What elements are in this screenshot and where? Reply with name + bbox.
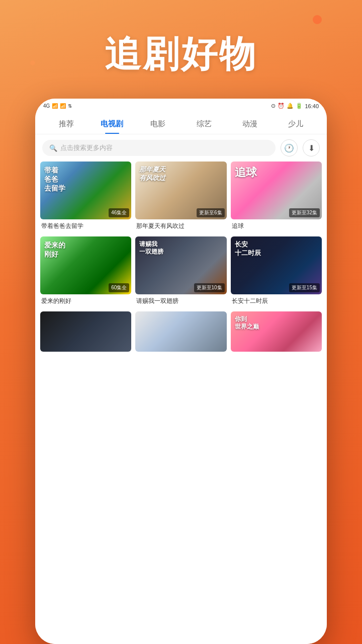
card-2[interactable]: 那年夏天有风吹过 更新至6集 那年夏天有风吹过 <box>135 162 226 234</box>
poster-1: 带着爸爸去留学 46集全 <box>40 162 131 219</box>
poster-text-5: 请赐我一双翅膀 <box>139 240 163 256</box>
badge-1: 46集全 <box>109 208 129 217</box>
poster-text-1: 带着爸爸去留学 <box>44 166 65 193</box>
badge-3: 更新至32集 <box>289 208 320 217</box>
badge-6: 更新至15集 <box>289 283 320 292</box>
badge-2: 更新至6集 <box>197 208 225 217</box>
signal-icon: 4G <box>43 103 50 109</box>
wifi-icon: 📶 <box>60 103 66 109</box>
search-row: 🔍 点击搜索更多内容 🕐 ⬇ <box>35 134 327 162</box>
card-3[interactable]: 追球 更新至32集 追球 <box>231 162 322 234</box>
card-title-1: 带着爸爸去留学 <box>40 222 131 234</box>
poster-8 <box>135 311 226 352</box>
download-button[interactable]: ⬇ <box>303 139 320 156</box>
card-9[interactable]: 你到世界之巅 <box>231 311 322 352</box>
card-title-3: 追球 <box>231 222 322 234</box>
poster-text-4: 爱来的刚好 <box>44 240 65 259</box>
other-icon: ⇅ <box>68 103 72 109</box>
card-7[interactable] <box>40 311 131 352</box>
status-left: 4G 📶 📶 ⇅ <box>43 103 72 109</box>
poster-6: 长安十二时辰 更新至15集 <box>231 236 322 294</box>
clock-icon: ⏰ <box>278 103 285 109</box>
history-icon: 🕐 <box>284 143 294 153</box>
poster-9: 你到世界之巅 <box>231 311 322 352</box>
tab-kids[interactable]: 少儿 <box>273 115 319 134</box>
poster-7 <box>40 311 131 352</box>
poster-2: 那年夏天有风吹过 更新至6集 <box>135 162 226 219</box>
content-area: 带着爸爸去留学 46集全 带着爸爸去留学 那年夏天有风吹过 更新至6集 那年夏天… <box>35 162 327 644</box>
search-box[interactable]: 🔍 点击搜索更多内容 <box>42 140 276 156</box>
tab-tv[interactable]: 电视剧 <box>89 115 135 134</box>
search-icon: 🔍 <box>49 144 57 152</box>
grid-row-1: 带着爸爸去留学 46集全 带着爸爸去留学 那年夏天有风吹过 更新至6集 那年夏天… <box>40 162 322 234</box>
phone-mockup: 4G 📶 📶 ⇅ ⊙ ⏰ 🔔 🔋 16:40 推荐 电视剧 电影 综艺 动漫 少… <box>35 99 327 644</box>
status-right: ⊙ ⏰ 🔔 🔋 16:40 <box>271 103 319 109</box>
bell-icon: 🔔 <box>287 103 294 109</box>
tab-movie[interactable]: 电影 <box>135 115 181 134</box>
badge-5: 更新至10集 <box>194 283 225 292</box>
signal-icon-2: 📶 <box>52 103 58 109</box>
grid-row-2: 爱来的刚好 60集全 爱来的刚好 请赐我一双翅膀 更新至10集 请赐我一双翅膀 … <box>40 236 322 309</box>
card-6[interactable]: 长安十二时辰 更新至15集 长安十二时辰 <box>231 236 322 309</box>
time-display: 16:40 <box>305 103 319 109</box>
download-icon: ⬇ <box>308 143 315 153</box>
grid-row-3: 你到世界之巅 <box>40 311 322 352</box>
battery-icon: 🔋 <box>296 103 303 109</box>
card-5[interactable]: 请赐我一双翅膀 更新至10集 请赐我一双翅膀 <box>135 236 226 309</box>
poster-text-3: 追球 <box>235 166 257 180</box>
card-8[interactable] <box>135 311 226 352</box>
card-title-5: 请赐我一双翅膀 <box>135 297 226 309</box>
poster-5: 请赐我一双翅膀 更新至10集 <box>135 236 226 294</box>
nav-tabs: 推荐 电视剧 电影 综艺 动漫 少儿 <box>35 111 327 134</box>
history-button[interactable]: 🕐 <box>281 139 298 156</box>
tab-recommend[interactable]: 推荐 <box>43 115 89 134</box>
hero-title: 追剧好物 <box>105 30 257 78</box>
search-placeholder-text: 点击搜索更多内容 <box>60 143 113 152</box>
card-1[interactable]: 带着爸爸去留学 46集全 带着爸爸去留学 <box>40 162 131 234</box>
poster-text-2: 那年夏天有风吹过 <box>139 166 165 183</box>
tab-anime[interactable]: 动漫 <box>227 115 273 134</box>
card-title-2: 那年夏天有风吹过 <box>135 222 226 234</box>
poster-3: 追球 更新至32集 <box>231 162 322 219</box>
card-title-6: 长安十二时辰 <box>231 297 322 309</box>
status-bar: 4G 📶 📶 ⇅ ⊙ ⏰ 🔔 🔋 16:40 <box>35 99 327 111</box>
card-4[interactable]: 爱来的刚好 60集全 爱来的刚好 <box>40 236 131 309</box>
poster-text-6: 长安十二时辰 <box>235 240 261 258</box>
poster-text-9: 你到世界之巅 <box>235 315 259 331</box>
card-title-4: 爱来的刚好 <box>40 297 131 309</box>
badge-4: 60集全 <box>109 283 129 292</box>
poster-4: 爱来的刚好 60集全 <box>40 236 131 294</box>
tab-variety[interactable]: 综艺 <box>181 115 227 134</box>
alarm-icon: ⊙ <box>271 103 276 109</box>
